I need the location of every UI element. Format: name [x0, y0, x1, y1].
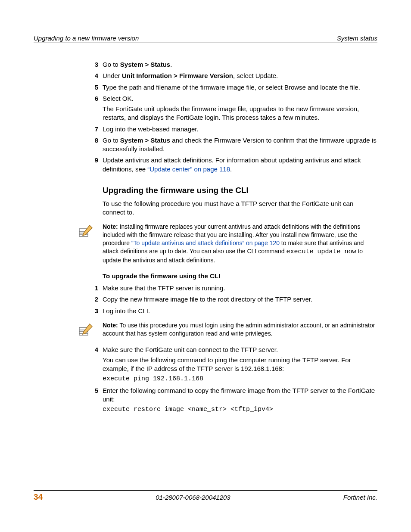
step-text: You can use the following command to pin…: [103, 356, 377, 373]
step-number: 8: [85, 136, 98, 145]
cross-reference-link[interactable]: “To update antivirus and attack definiti…: [131, 240, 280, 246]
step-number: 5: [85, 386, 98, 395]
bold-text: System > Status: [120, 61, 170, 68]
step-number: 2: [85, 295, 98, 304]
step-text: Log into the CLI.: [103, 307, 377, 315]
procedure-step: 5Type the path and filename of the firmw…: [103, 83, 377, 92]
procedure-step: 8Go to System > Status and check the Fir…: [103, 136, 377, 154]
intro-paragraph: To use the following procedure you must …: [103, 199, 377, 217]
procedure-step: 6Select OK.The FortiGate unit uploads th…: [103, 94, 377, 122]
procedure-step: 7Log into the web-based manager.: [103, 125, 377, 134]
page-number: 34: [34, 492, 43, 502]
note-text: Note: To use this procedure you must log…: [103, 321, 377, 338]
step-number: 5: [85, 83, 98, 92]
step-number: 3: [85, 307, 98, 315]
step-text: Make sure that the TFTP server is runnin…: [103, 284, 377, 292]
step-text: Go to System > Status and check the Firm…: [103, 136, 377, 154]
step-number: 1: [85, 284, 98, 292]
step-number: 3: [85, 60, 98, 69]
procedure-step: 4Under Unit Information > Firmware Versi…: [103, 72, 377, 80]
step-number: 9: [85, 156, 98, 165]
step-text: Copy the new firmware image file to the …: [103, 295, 377, 304]
procedure-step: 5Enter the following command to copy the…: [103, 386, 377, 414]
step-text: The FortiGate unit uploads the firmware …: [103, 105, 377, 122]
cli-command: execute ping 192.168.1.168: [103, 375, 377, 383]
step-number: 6: [85, 94, 98, 103]
body-content: 3Go to System > Status.4Under Unit Infor…: [103, 60, 377, 414]
procedure-step: 1Make sure that the TFTP server is runni…: [103, 284, 377, 292]
footer-company: Fortinet Inc.: [343, 494, 377, 501]
note-block: Note: To use this procedure you must log…: [103, 321, 377, 338]
bold-text: System > Status: [120, 137, 170, 144]
bold-text: Unit Information > Firmware Version: [122, 72, 233, 79]
step-text: Under Unit Information > Firmware Versio…: [103, 72, 377, 80]
section-heading: Upgrading the firmware using the CLI: [103, 186, 377, 195]
note-icon: [77, 322, 94, 339]
procedure-step: 3Go to System > Status.: [103, 60, 377, 69]
step-text: Select OK.: [103, 94, 377, 103]
step-number: 7: [85, 125, 98, 134]
step-text: Make sure the FortiGate unit can connect…: [103, 345, 377, 354]
note-block: Note: Installing firmware replaces your …: [103, 223, 377, 264]
procedure-step: 3Log into the CLI.: [103, 307, 377, 315]
step-number: 4: [85, 72, 98, 80]
procedure-step: 2Copy the new firmware image file to the…: [103, 295, 377, 304]
step-text: Enter the following command to copy the …: [103, 386, 377, 404]
bold-text: Note:: [103, 322, 118, 329]
header-right: System status: [337, 34, 377, 42]
bold-text: Note:: [103, 223, 118, 230]
step-text: Log into the web-based manager.: [103, 125, 377, 134]
footer-doc-id: 01-28007-0068-20041203: [156, 494, 230, 501]
running-header: Upgrading to a new firmware version Syst…: [34, 34, 377, 43]
step-text: Update antivirus and attack definitions.…: [103, 156, 377, 174]
procedure-step: 4Make sure the FortiGate unit can connec…: [103, 345, 377, 384]
page-footer: 34 01-28007-0068-20041203 Fortinet Inc.: [34, 490, 377, 502]
inline-code: execute update_now: [286, 248, 356, 255]
step-text: Go to System > Status.: [103, 60, 377, 69]
note-text: Note: Installing firmware replaces your …: [103, 223, 377, 264]
header-left: Upgrading to a new firmware version: [34, 34, 139, 42]
procedure-title: To upgrade the firmware using the CLI: [103, 272, 377, 280]
step-text: Type the path and filename of the firmwa…: [103, 83, 377, 92]
step-number: 4: [85, 345, 98, 354]
cross-reference-link[interactable]: “Update center” on page 118: [147, 165, 230, 173]
procedure-step: 9Update antivirus and attack definitions…: [103, 156, 377, 174]
note-icon: [77, 224, 94, 241]
cli-command: execute restore image <name_str> <tftp_i…: [103, 405, 377, 414]
